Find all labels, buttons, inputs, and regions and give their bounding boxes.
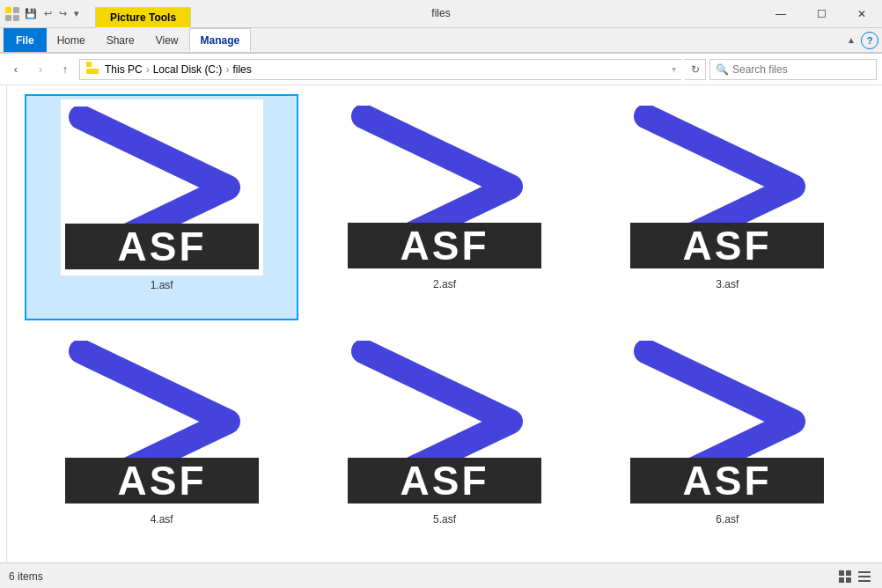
file-item-4[interactable]: ASF 4.asf — [25, 329, 298, 554]
file-name: 4.asf — [151, 513, 173, 526]
tab-share[interactable]: Share — [96, 28, 145, 52]
bc-thispc[interactable]: This PC — [103, 63, 144, 76]
file-item-5[interactable]: ASF 5.asf — [307, 329, 581, 554]
redo-quick-btn[interactable]: ↪ — [57, 6, 69, 21]
breadcrumb: This PC › Local Disk (C:) › files — [103, 63, 672, 76]
svg-rect-3 — [13, 15, 19, 21]
svg-rect-18 — [839, 570, 844, 576]
svg-text:ASF: ASF — [683, 458, 772, 503]
file-name: 6.asf — [716, 513, 739, 526]
svg-rect-2 — [5, 15, 11, 21]
main-content: ASF 1.asf ASF 2.asf ASF — [0, 85, 882, 562]
ribbon: File Home Share View Manage ▲ ? — [0, 28, 882, 54]
file-item-2[interactable]: ASF 2.asf — [307, 94, 581, 320]
refresh-button[interactable]: ↻ — [685, 59, 706, 80]
item-count: 6 items — [9, 570, 43, 583]
close-button[interactable]: ✕ — [842, 0, 882, 28]
ribbon-tab-bar: Picture Tools — [86, 0, 761, 27]
window-controls: — ☐ ✕ — [761, 0, 882, 27]
svg-rect-0 — [5, 7, 11, 13]
breadcrumb-icon — [85, 61, 99, 77]
maximize-button[interactable]: ☐ — [801, 0, 842, 28]
tab-file[interactable]: File — [4, 28, 47, 52]
file-thumbnail: ASF — [343, 99, 546, 275]
help-button[interactable]: ? — [861, 32, 878, 49]
back-button[interactable]: ‹ — [5, 59, 26, 80]
file-thumbnail: ASF — [343, 334, 546, 510]
svg-rect-19 — [846, 570, 851, 576]
title-bar: 💾 ↩ ↪ ▾ Picture Tools files — ☐ ✕ — [0, 0, 882, 28]
file-name: 3.asf — [716, 278, 739, 290]
file-item-3[interactable]: ASF 3.asf — [591, 94, 864, 320]
svg-text:ASF: ASF — [400, 223, 489, 268]
undo-quick-btn[interactable]: ↩ — [42, 6, 54, 21]
svg-text:ASF: ASF — [117, 458, 206, 503]
tab-home[interactable]: Home — [47, 28, 96, 52]
ribbon-tab-row: File Home Share View Manage ▲ ? — [0, 28, 882, 53]
file-name: 1.asf — [151, 279, 173, 291]
file-thumbnail: ASF — [626, 99, 828, 275]
bc-sep-2: › — [224, 63, 231, 76]
save-quick-btn[interactable]: 💾 — [23, 6, 39, 21]
file-thumbnail: ASF — [61, 334, 263, 510]
bc-localdisk[interactable]: Local Disk (C:) — [151, 63, 224, 76]
bc-files[interactable]: files — [231, 63, 253, 76]
bc-sep-1: › — [144, 63, 151, 76]
minimize-button[interactable]: — — [761, 0, 801, 28]
view-list-button[interactable] — [856, 568, 873, 585]
svg-rect-5 — [86, 69, 99, 74]
svg-rect-1 — [13, 7, 19, 13]
svg-rect-22 — [858, 571, 871, 573]
svg-rect-21 — [846, 577, 851, 583]
ribbon-help-area: ▲ ? — [847, 32, 878, 49]
dropdown-arrow-icon: ▾ — [672, 64, 676, 74]
view-toggle-buttons — [836, 568, 873, 585]
forward-button[interactable]: › — [30, 59, 51, 80]
nav-pane — [0, 85, 7, 562]
quick-access-toolbar: 💾 ↩ ↪ ▾ — [0, 0, 86, 27]
address-bar: ‹ › ↑ This PC › Local Disk (C:) › files … — [0, 54, 882, 85]
svg-text:ASF: ASF — [117, 224, 206, 269]
file-item-1[interactable]: ASF 1.asf — [25, 94, 298, 320]
svg-text:ASF: ASF — [400, 458, 489, 503]
file-thumbnail: ASF — [626, 334, 828, 510]
status-bar: 6 items — [0, 562, 882, 588]
file-name: 5.asf — [433, 513, 456, 526]
search-icon: 🔍 — [716, 63, 729, 76]
search-input[interactable] — [732, 63, 871, 76]
svg-rect-4 — [86, 62, 92, 67]
file-name: 2.asf — [433, 278, 456, 290]
svg-text:ASF: ASF — [683, 223, 772, 268]
tab-manage[interactable]: Manage — [189, 28, 252, 52]
up-button[interactable]: ↑ — [55, 59, 76, 80]
view-grid-button[interactable] — [836, 568, 854, 585]
app-icon — [5, 7, 19, 21]
address-path-box[interactable]: This PC › Local Disk (C:) › files ▾ — [79, 59, 681, 80]
search-box[interactable]: 🔍 — [709, 59, 877, 80]
svg-rect-20 — [839, 577, 844, 583]
svg-rect-23 — [858, 576, 871, 577]
picture-tools-tab[interactable]: Picture Tools — [95, 7, 191, 28]
svg-rect-24 — [858, 580, 871, 582]
qa-dropdown-btn[interactable]: ▾ — [72, 6, 81, 21]
file-item-6[interactable]: ASF 6.asf — [591, 329, 864, 554]
file-grid: ASF 1.asf ASF 2.asf ASF — [7, 85, 882, 562]
tab-view[interactable]: View — [145, 28, 189, 52]
ribbon-expand-btn[interactable]: ▲ — [847, 35, 856, 45]
file-thumbnail: ASF — [61, 99, 263, 276]
